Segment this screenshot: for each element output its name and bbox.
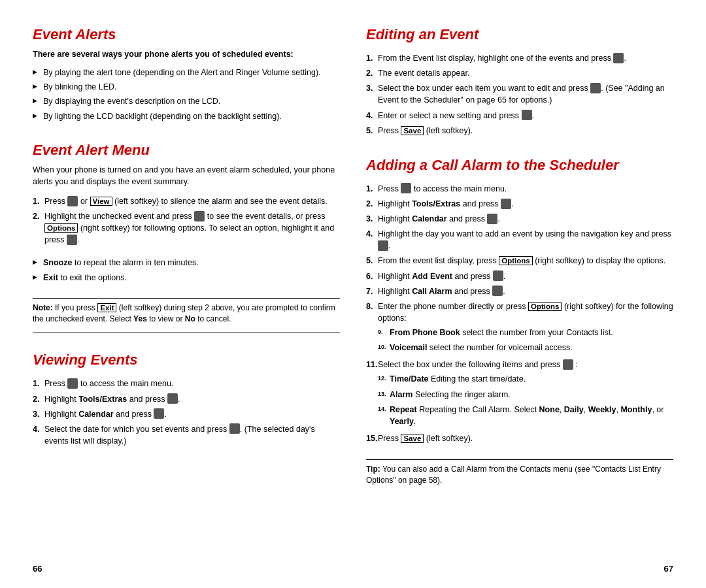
step-item: Highlight Call Alarm and press . — [366, 286, 673, 297]
editing-event-title: Editing an Event — [366, 26, 673, 43]
step-item: From the Event list display, highlight o… — [366, 52, 673, 64]
list-item: Time/Date Editing the start time/date. — [378, 373, 673, 385]
event-alert-menu-title: Event Alert Menu — [33, 142, 340, 159]
step-item: Press Save (left softkey). — [366, 125, 673, 137]
event-alerts-title: Event Alerts — [33, 26, 340, 43]
step-item: The event details appear. — [366, 67, 673, 79]
list-item: Snooze to repeat the alarm in ten minute… — [33, 257, 340, 269]
event-alerts-intro: There are several ways your phone alerts… — [33, 48, 340, 60]
ok-icon-r6 — [378, 240, 388, 251]
ok-icon5 — [229, 423, 240, 434]
editing-event-steps: From the Event list display, highlight o… — [366, 52, 673, 140]
options-btn-r1: Options — [499, 256, 532, 265]
step-item: Press to access the main menu. — [366, 183, 673, 195]
list-item: By displaying the event's description on… — [33, 95, 340, 107]
ok-icon-r4 — [501, 199, 511, 209]
exit-btn: Exit — [97, 303, 116, 312]
event-alert-menu-bullets: Snooze to repeat the alarm in ten minute… — [33, 257, 340, 286]
step-item: Enter the phone number directly or press… — [366, 301, 673, 354]
step8-bullets: From Phone Book select the number from y… — [378, 327, 673, 353]
save-btn-r: Save — [401, 126, 424, 135]
options-btn-r2: Options — [528, 302, 562, 311]
step-item: Press Save (left softkey). — [366, 433, 673, 444]
note-box: Note: If you press Exit (left softkey) d… — [33, 298, 340, 334]
step-item: Highlight the day you want to add an eve… — [366, 228, 673, 252]
list-item: Alarm Selecting the ringer alarm. — [378, 389, 673, 400]
step-item: Highlight Calendar and press . — [366, 213, 673, 225]
step-item: Highlight Tools/Extras and press . — [33, 393, 340, 405]
menu-icon-r1 — [401, 183, 411, 193]
list-item: From Phone Book select the number from y… — [378, 327, 673, 338]
step-item: Highlight Tools/Extras and press . — [366, 198, 673, 210]
left-column: Event Alerts There are several ways your… — [33, 26, 340, 568]
tip-text: Tip: You can also add a Call Alarm from … — [366, 464, 673, 487]
list-item: Exit to exit the options. — [33, 272, 340, 284]
menu-icon3 — [67, 378, 78, 389]
step9-bullets: Time/Date Editing the start time/date. A… — [378, 373, 673, 427]
note-text: Note: If you press Exit (left softkey) d… — [33, 302, 340, 325]
page-number-right: 67 — [664, 564, 673, 574]
menu-icon — [67, 196, 78, 206]
step-item: Select the date for which you set events… — [33, 423, 340, 447]
ok-icon-r3 — [522, 110, 532, 120]
list-item: By blinking the LED. — [33, 81, 340, 93]
adding-call-alarm-title: Adding a Call Alarm to the Scheduler — [366, 157, 673, 174]
viewing-events-steps: Press to access the main menu. Highlight… — [33, 378, 340, 450]
save-btn-r2: Save — [401, 434, 424, 443]
options-btn: Options — [44, 223, 78, 233]
ok-icon4 — [154, 408, 164, 419]
viewing-events-title: Viewing Events — [33, 351, 340, 368]
step-item: Highlight Calendar and press . — [33, 408, 340, 420]
view-btn: View — [90, 197, 112, 206]
page-container: Event Alerts There are several ways your… — [0, 0, 706, 588]
ok-icon — [194, 211, 205, 221]
ok-icon-r8 — [492, 286, 503, 296]
ok-icon-r1 — [613, 53, 624, 63]
list-item: By playing the alert tone (depending on … — [33, 67, 340, 78]
step-item: Select the box under each item you want … — [366, 82, 673, 106]
list-item: By lighting the LCD backlight (depending… — [33, 110, 340, 122]
event-alert-menu-intro: When your phone is turned on and you hav… — [33, 164, 340, 188]
step-item: Highlight the unchecked event and press … — [33, 210, 340, 246]
tip-box: Tip: You can also add a Call Alarm from … — [366, 459, 673, 495]
list-item: Voicemail select the number for voicemai… — [378, 342, 673, 353]
step-item: Press or View (left softkey) to silence … — [33, 195, 340, 207]
adding-call-alarm-steps: Press to access the main menu. Highlight… — [366, 183, 673, 448]
step-item: Enter or select a new setting and press … — [366, 110, 673, 122]
event-alerts-list: By playing the alert tone (depending on … — [33, 67, 340, 125]
ok-icon-r5 — [487, 214, 497, 224]
step-item: Select the box under the following items… — [366, 359, 673, 427]
ok-icon3 — [167, 393, 178, 404]
page-number-left: 66 — [33, 564, 42, 574]
ok-icon-r9 — [563, 359, 573, 370]
ok-icon-r7 — [493, 270, 503, 281]
step-item: From the event list display, press Optio… — [366, 255, 673, 267]
list-item: Repeat Repeating the Call Alarm. Select … — [378, 404, 673, 427]
ok-icon2 — [67, 235, 77, 245]
step-item: Highlight Add Event and press . — [366, 270, 673, 282]
ok-icon-r2 — [590, 83, 601, 93]
right-column: Editing an Event From the Event list dis… — [366, 26, 673, 568]
event-alert-menu-steps: Press or View (left softkey) to silence … — [33, 195, 340, 250]
step-item: Press to access the main menu. — [33, 378, 340, 389]
